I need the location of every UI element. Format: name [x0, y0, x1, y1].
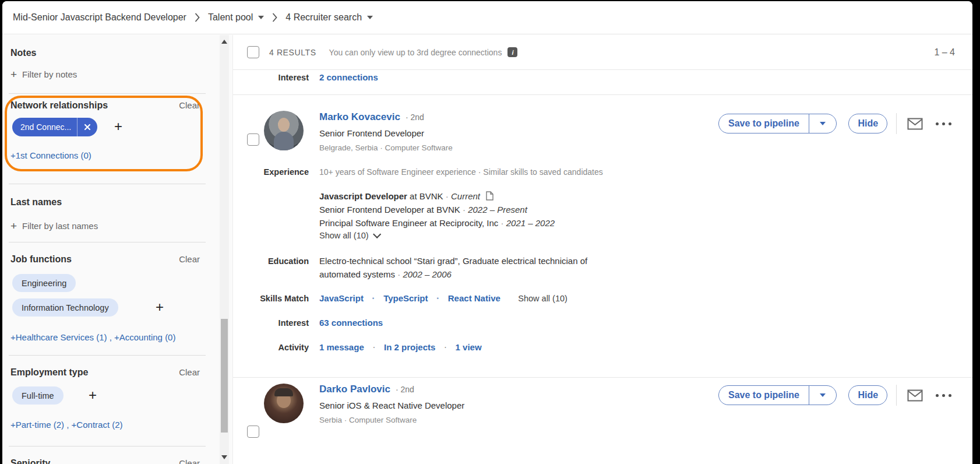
filter-section-employment-type: Employment type Clear	[10, 367, 200, 378]
breadcrumb-chevron-icon	[195, 13, 200, 22]
document-icon[interactable]	[486, 191, 493, 201]
candidate-name-row: Darko Pavlovic · 2nd	[319, 384, 414, 395]
employment-type-clear-button[interactable]: Clear	[179, 367, 200, 377]
candidate-avatar[interactable]	[264, 111, 304, 150]
divider	[896, 385, 897, 406]
candidate-actions: Save to pipeline Hide	[718, 113, 951, 134]
breadcrumb-talent-pool-dropdown[interactable]: Talent pool	[208, 12, 264, 23]
education-label: Education	[233, 256, 309, 266]
caret-down-icon	[258, 16, 264, 19]
candidate-name-link[interactable]: Marko Kovacevic	[319, 111, 400, 123]
connections-link[interactable]: 63 connections	[319, 318, 383, 328]
divider	[233, 377, 972, 378]
message-button[interactable]	[907, 118, 923, 130]
show-all-skills-button[interactable]: Show all (10)	[518, 294, 567, 303]
network-relationships-title: Network relationships	[10, 100, 108, 111]
filter-by-last-names-button[interactable]: + Filter by last names	[10, 220, 98, 231]
seniority-clear-button[interactable]: Clear	[179, 458, 200, 464]
divider	[9, 184, 206, 184]
save-to-pipeline-button[interactable]: Save to pipeline	[718, 385, 837, 405]
breadcrumb-recruiter-search-label: 4 Recruiter search	[285, 12, 362, 23]
experience-summary: 10+ years of Software Engineer experienc…	[319, 167, 603, 177]
add-job-function-button[interactable]: +	[156, 300, 164, 314]
save-to-pipeline-button[interactable]: Save to pipeline	[718, 114, 837, 133]
add-network-filter-button[interactable]: +	[114, 119, 122, 133]
breadcrumb-recruiter-search-dropdown[interactable]: 4 Recruiter search	[285, 12, 373, 23]
skill-link[interactable]: React Native	[448, 293, 500, 303]
views-link[interactable]: 1 view	[456, 342, 482, 352]
scrollbar-thumb[interactable]	[221, 319, 228, 433]
chevron-down-icon	[373, 230, 381, 238]
filter-section-job-functions: Job functions Clear	[10, 254, 200, 265]
select-all-checkbox[interactable]	[247, 46, 259, 58]
interest-row: Interest 63 connections	[233, 318, 383, 328]
filter-section-network: Network relationships Clear	[10, 100, 200, 111]
candidate-checkbox[interactable]	[247, 133, 259, 146]
remove-filter-button[interactable]	[77, 118, 97, 136]
show-all-positions-button[interactable]: Show all (10)	[319, 231, 379, 240]
filter-by-notes-button[interactable]: + Filter by notes	[10, 69, 77, 80]
divider	[233, 94, 972, 95]
seniority-title: Seniority	[10, 458, 50, 464]
add-employment-type-button[interactable]: +	[89, 388, 97, 402]
divider	[9, 242, 206, 242]
last-names-title: Last names	[10, 197, 62, 208]
breadcrumb-project[interactable]: Mid-Senior Javascript Backend Developer	[13, 12, 186, 23]
add-1st-connections-link[interactable]: +1st Connections (0)	[10, 150, 91, 160]
results-notice: You can only view up to 3rd degree conne…	[329, 48, 502, 57]
save-dropdown-button[interactable]	[809, 114, 836, 133]
position-3: Principal Software Engineer at Reciproci…	[319, 216, 555, 230]
interest-label: Interest	[233, 318, 309, 328]
connections-link[interactable]: 2 connections	[319, 72, 378, 82]
candidate-checkbox[interactable]	[247, 426, 259, 438]
hide-button[interactable]: Hide	[848, 114, 887, 133]
job-function-suggestions-link[interactable]: +Healthcare Services (1) , +Accounting (…	[10, 332, 175, 342]
candidate-avatar[interactable]	[264, 384, 304, 423]
job-functions-title: Job functions	[10, 254, 72, 265]
hide-button[interactable]: Hide	[848, 385, 887, 405]
skills-match-label: Skills Match	[233, 294, 309, 303]
save-dropdown-button[interactable]	[809, 386, 836, 405]
info-icon[interactable]: i	[507, 47, 517, 57]
messages-link[interactable]: 1 message	[319, 342, 364, 352]
skill-link[interactable]: JavaScript	[319, 293, 364, 303]
candidate-name-link[interactable]: Darko Pavlovic	[319, 384, 390, 395]
skills-list: JavaScript · TypeScript · React Native S…	[319, 293, 567, 304]
more-options-button[interactable]	[936, 122, 951, 125]
envelope-icon	[907, 389, 923, 402]
message-button[interactable]	[907, 389, 923, 402]
candidate-location: Serbia · Computer Software	[319, 416, 417, 424]
pagination-range: 1 – 4	[934, 47, 955, 58]
employment-type-suggestions-link[interactable]: +Part-time (2) , +Contract (2)	[10, 420, 123, 430]
caret-down-icon	[820, 122, 826, 125]
plus-icon: +	[10, 69, 17, 80]
job-function-pill-engineering[interactable]: Engineering	[12, 274, 76, 292]
envelope-icon	[907, 118, 923, 130]
candidate-headline: Senior Frontend Developer	[319, 128, 424, 138]
employment-pill-fulltime[interactable]: Full-time	[12, 386, 64, 405]
position-2: Senior Frontend Developer at BVNK · 2022…	[319, 203, 555, 216]
divider	[9, 446, 206, 447]
candidate-degree: · 2nd	[396, 385, 414, 394]
app-window: Mid-Senior Javascript Backend Developer …	[2, 1, 972, 464]
breadcrumb-talent-pool-label: Talent pool	[208, 12, 253, 23]
candidate-degree: · 2nd	[406, 113, 424, 122]
filter-section-seniority: Seniority Clear	[10, 458, 200, 464]
divider	[9, 355, 206, 356]
scroll-up-icon[interactable]	[221, 40, 227, 44]
network-clear-button[interactable]: Clear	[179, 100, 200, 110]
skill-link[interactable]: TypeScript	[383, 293, 428, 303]
education-row: Education Electro-technical school “Star…	[233, 254, 619, 281]
network-filter-pill[interactable]: 2nd Connec...	[12, 118, 97, 136]
projects-link[interactable]: In 2 projects	[384, 342, 435, 352]
job-functions-clear-button[interactable]: Clear	[179, 254, 200, 264]
candidate-actions: Save to pipeline Hide	[718, 385, 951, 406]
filter-section-notes: Notes	[10, 48, 200, 58]
network-pill-label: 2nd Connec...	[20, 122, 71, 132]
sidebar-scrollbar[interactable]	[220, 35, 229, 464]
more-options-button[interactable]	[936, 394, 951, 397]
scroll-down-icon[interactable]	[221, 455, 227, 459]
divider	[9, 93, 206, 94]
job-function-pill-it[interactable]: Information Technology	[12, 298, 118, 317]
activity-links: 1 message · In 2 projects · 1 view	[319, 342, 482, 353]
